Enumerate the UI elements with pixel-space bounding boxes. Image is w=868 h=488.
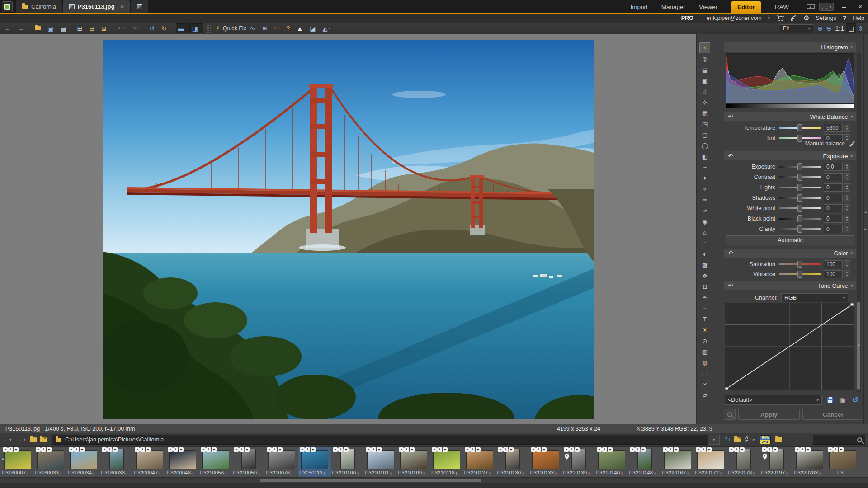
tool-button[interactable]: ❖: [699, 270, 710, 281]
toolbar-button[interactable]: ↺: [147, 23, 160, 33]
toolbar-button[interactable]: ▤: [58, 23, 71, 33]
help-menu[interactable]: Help: [853, 15, 864, 21]
slider-thumb[interactable]: [797, 215, 802, 222]
tool-button[interactable]: ∽: [699, 162, 710, 173]
new-editor-tab-button[interactable]: [131, 0, 148, 13]
toolbar-button[interactable]: ?: [285, 23, 295, 33]
toolbar-button[interactable]: ▣: [46, 23, 58, 33]
apply-button[interactable]: Apply: [738, 409, 800, 420]
toolbar-button[interactable]: [33, 23, 46, 33]
filmstrip-item[interactable]: ● i ◆ ● ↩ P3210148.j...: [628, 447, 661, 477]
toolbar-button[interactable]: [112, 23, 116, 33]
tool-button[interactable]: ◳: [699, 118, 710, 129]
value-input[interactable]: 0: [824, 183, 843, 192]
filmstrip-item[interactable]: ● i ◆ ● ↩ P3210059.j...: [232, 447, 265, 477]
module-tab[interactable]: Editor: [731, 1, 761, 13]
filmstrip-scrollbar[interactable]: [0, 477, 868, 483]
close-tab-icon[interactable]: ×: [121, 3, 124, 10]
close-window-button[interactable]: ×: [854, 3, 866, 10]
tool-button[interactable]: Ω: [699, 281, 710, 292]
color-header[interactable]: ↶ Color ▾: [724, 249, 856, 258]
spinner[interactable]: ▲▼: [844, 194, 850, 202]
view-zoom-button[interactable]: ⇕: [856, 23, 865, 33]
folder-favorites-button[interactable]: ★: [733, 435, 743, 445]
filmstrip-item[interactable]: ● i ◆ ● ↩ P3210076.j...: [265, 447, 298, 477]
filmstrip-item[interactable]: ● i ◆ ● ↩ P3210100.j...: [331, 447, 364, 477]
folder-up-button[interactable]: ↑: [28, 435, 38, 445]
filmstrip-item[interactable]: ● i ◆ ● ↩ P3220178.j...: [727, 447, 760, 477]
toolbar-button[interactable]: ∿: [248, 23, 260, 33]
tool-button[interactable]: ◍: [699, 357, 710, 368]
spinner[interactable]: ▲▼: [844, 225, 850, 233]
sort-az-button[interactable]: AZ↓▾: [743, 435, 757, 445]
tool-button[interactable]: ⊹: [699, 97, 710, 108]
toolbar-button[interactable]: ↷ ▾: [129, 23, 143, 33]
spinner[interactable]: ▲▼: [844, 163, 850, 171]
filmstrip-item[interactable]: ● i ◆ ● ↩ P3200048.j...: [166, 447, 199, 477]
slider-thumb[interactable]: [797, 261, 802, 268]
spinner[interactable]: ▲▼: [844, 260, 850, 268]
toolbar-button[interactable]: ⊟: [87, 23, 99, 33]
tool-button[interactable]: ✑: [699, 205, 710, 216]
module-tab[interactable]: Viewer: [699, 4, 717, 10]
undo-icon[interactable]: ↶: [728, 249, 733, 257]
tool-button[interactable]: ◧: [699, 151, 710, 162]
slider-track[interactable]: [779, 273, 821, 275]
module-tab[interactable]: Import: [630, 4, 647, 10]
filmstrip-item[interactable]: ● i ◆ ● ↩ P3210130.j...: [496, 447, 529, 477]
tool-button[interactable]: T: [699, 314, 710, 324]
panel-splitter[interactable]: ≡ ▸: [863, 34, 868, 424]
tool-button[interactable]: ✏: [699, 194, 710, 205]
tool-button[interactable]: ─: [699, 303, 710, 314]
tool-button[interactable]: ≈: [699, 238, 710, 249]
spinner[interactable]: ▲▼: [844, 204, 850, 212]
toolbar-button[interactable]: ⊠: [99, 23, 112, 33]
filmstrip-item[interactable]: ● i ◆ ● ↩ P3220203.j...: [793, 447, 826, 477]
tool-button[interactable]: ✦: [699, 173, 710, 183]
tool-button[interactable]: ✒: [699, 292, 710, 303]
tool-button[interactable]: ✂: [699, 379, 710, 389]
filmstrip-item[interactable]: ● i ◆ ● ↩ P3210127.j...: [463, 447, 496, 477]
toolbar-button[interactable]: [206, 24, 211, 33]
slider-track[interactable]: [779, 166, 821, 168]
toolbar-button[interactable]: [143, 23, 147, 33]
toolbar-button[interactable]: ↻: [160, 23, 172, 33]
filmstrip-item[interactable]: ● i ◆ ● ↩ P3220172.j...: [694, 447, 727, 477]
toolbar-button[interactable]: ⊞: [75, 23, 87, 33]
value-input[interactable]: 0: [824, 194, 843, 202]
filmstrip-item[interactable]: ● i ◆ ● ↩ P3220167.j...: [661, 447, 694, 477]
slider-thumb[interactable]: [797, 124, 802, 131]
filmstrip-item[interactable]: ● i ◆ ● ↩ P3210139.j...: [562, 447, 595, 477]
tool-button[interactable]: ▱: [699, 389, 710, 400]
tool-button[interactable]: ✧: [699, 183, 710, 194]
slider-track[interactable]: [779, 137, 821, 139]
refresh-button[interactable]: ↻: [722, 435, 733, 445]
spinner[interactable]: ▲▼: [844, 173, 850, 181]
tool-button[interactable]: ◐: [699, 249, 710, 259]
slider-thumb[interactable]: [797, 271, 802, 278]
path-input[interactable]: C:\Users\jan.pernica\Pictures\California: [52, 435, 708, 445]
toolbar-button[interactable]: ↶ ▾: [116, 23, 130, 33]
toolbar-button[interactable]: [71, 23, 75, 33]
spinner[interactable]: ▲▼: [844, 183, 850, 192]
filmstrip-item[interactable]: ● i ◆ ● ↩ P3210101.j...: [364, 447, 397, 477]
tool-button[interactable]: ☀: [699, 324, 710, 335]
value-input[interactable]: 100: [824, 270, 843, 278]
value-input[interactable]: 0: [824, 173, 843, 181]
view-zoom-button[interactable]: ⊖: [825, 23, 834, 33]
tool-button[interactable]: ▤: [699, 64, 710, 75]
toolbar-button[interactable]: ▬: [176, 23, 190, 33]
rss-icon[interactable]: [790, 15, 797, 22]
exposure-header[interactable]: ↶ Exposure ▾: [724, 151, 856, 160]
tab-p3150113[interactable]: P3150113.jpg ×: [63, 0, 130, 13]
slider-thumb[interactable]: [797, 135, 802, 142]
channel-select[interactable]: RGB ▾: [781, 293, 848, 302]
toolbar-button[interactable]: [172, 23, 176, 33]
app-logo-icon[interactable]: [2, 1, 13, 12]
preset-select[interactable]: <Default> ▾: [725, 395, 822, 405]
tool-button[interactable]: ⌂: [699, 227, 710, 238]
white-balance-header[interactable]: ↶ White Balance ▾: [724, 112, 856, 121]
filmstrip-item[interactable]: ● i ◆ ● ↩ P3210118.j...: [430, 447, 463, 477]
toolbar-button[interactable]: [29, 23, 33, 33]
value-input[interactable]: 0: [824, 225, 843, 233]
